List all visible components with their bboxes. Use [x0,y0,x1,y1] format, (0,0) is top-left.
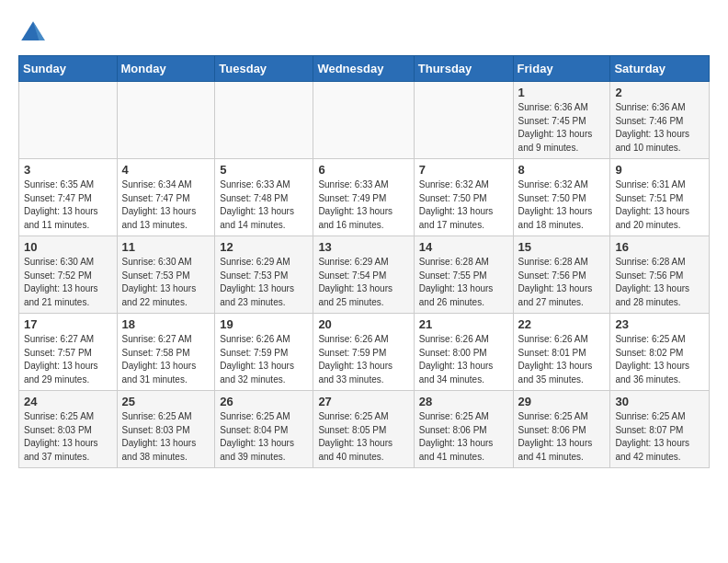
day-number: 12 [220,240,308,254]
calendar-week-row: 1Sunrise: 6:36 AM Sunset: 7:45 PM Daylig… [19,82,710,159]
day-number: 29 [518,395,606,408]
calendar-day-21: 21Sunrise: 6:26 AM Sunset: 8:00 PM Dayli… [414,314,513,391]
calendar-day-25: 25Sunrise: 6:25 AM Sunset: 8:03 PM Dayli… [117,391,215,468]
weekday-header-sunday: Sunday [19,56,118,82]
weekday-header-row: SundayMondayTuesdayWednesdayThursdayFrid… [19,56,710,82]
day-info: Sunrise: 6:36 AM Sunset: 7:46 PM Dayligh… [615,101,704,155]
calendar-day-14: 14Sunrise: 6:28 AM Sunset: 7:55 PM Dayli… [414,236,513,314]
calendar-day-16: 16Sunrise: 6:28 AM Sunset: 7:56 PM Dayli… [610,236,710,314]
calendar-week-row: 24Sunrise: 6:25 AM Sunset: 8:03 PM Dayli… [19,391,710,468]
calendar-day-5: 5Sunrise: 6:33 AM Sunset: 7:48 PM Daylig… [215,159,313,236]
logo [18,18,51,48]
day-info: Sunrise: 6:33 AM Sunset: 7:48 PM Dayligh… [220,178,308,232]
day-info: Sunrise: 6:25 AM Sunset: 8:07 PM Dayligh… [615,410,704,464]
calendar-day-1: 1Sunrise: 6:36 AM Sunset: 7:45 PM Daylig… [513,82,610,159]
calendar-day-15: 15Sunrise: 6:28 AM Sunset: 7:56 PM Dayli… [513,236,610,314]
calendar-day-22: 22Sunrise: 6:26 AM Sunset: 8:01 PM Dayli… [513,314,610,391]
day-info: Sunrise: 6:25 AM Sunset: 8:03 PM Dayligh… [122,410,210,464]
day-info: Sunrise: 6:31 AM Sunset: 7:51 PM Dayligh… [615,178,704,232]
day-number: 18 [122,317,210,331]
calendar-day-10: 10Sunrise: 6:30 AM Sunset: 7:52 PM Dayli… [19,236,118,314]
calendar-day-9: 9Sunrise: 6:31 AM Sunset: 7:51 PM Daylig… [610,159,710,236]
day-number: 30 [615,395,704,408]
calendar-empty-cell [313,82,414,159]
day-info: Sunrise: 6:25 AM Sunset: 8:03 PM Dayligh… [24,410,112,464]
day-info: Sunrise: 6:27 AM Sunset: 7:57 PM Dayligh… [24,333,112,386]
day-number: 25 [122,395,210,408]
calendar-day-28: 28Sunrise: 6:25 AM Sunset: 8:06 PM Dayli… [414,391,513,468]
weekday-header-tuesday: Tuesday [215,56,313,82]
day-info: Sunrise: 6:36 AM Sunset: 7:45 PM Dayligh… [518,101,606,155]
calendar-day-20: 20Sunrise: 6:26 AM Sunset: 7:59 PM Dayli… [313,314,414,391]
day-number: 14 [419,240,508,254]
day-info: Sunrise: 6:34 AM Sunset: 7:47 PM Dayligh… [122,178,210,232]
calendar-day-26: 26Sunrise: 6:25 AM Sunset: 8:04 PM Dayli… [215,391,313,468]
day-number: 3 [24,163,112,177]
calendar-day-3: 3Sunrise: 6:35 AM Sunset: 7:47 PM Daylig… [19,159,118,236]
day-number: 7 [419,163,508,177]
weekday-header-wednesday: Wednesday [313,56,414,82]
calendar-week-row: 17Sunrise: 6:27 AM Sunset: 7:57 PM Dayli… [19,314,710,391]
calendar-day-19: 19Sunrise: 6:26 AM Sunset: 7:59 PM Dayli… [215,314,313,391]
day-number: 11 [122,240,210,254]
day-number: 16 [615,240,704,254]
day-info: Sunrise: 6:35 AM Sunset: 7:47 PM Dayligh… [24,178,112,232]
calendar-table: SundayMondayTuesdayWednesdayThursdayFrid… [18,55,710,468]
day-number: 28 [419,395,508,408]
calendar-day-18: 18Sunrise: 6:27 AM Sunset: 7:58 PM Dayli… [117,314,215,391]
day-info: Sunrise: 6:28 AM Sunset: 7:56 PM Dayligh… [615,256,704,309]
calendar-empty-cell [19,82,118,159]
day-info: Sunrise: 6:33 AM Sunset: 7:49 PM Dayligh… [318,178,408,232]
calendar-day-2: 2Sunrise: 6:36 AM Sunset: 7:46 PM Daylig… [610,82,710,159]
day-info: Sunrise: 6:25 AM Sunset: 8:05 PM Dayligh… [318,410,408,464]
calendar-week-row: 3Sunrise: 6:35 AM Sunset: 7:47 PM Daylig… [19,159,710,236]
day-number: 2 [615,86,704,99]
day-info: Sunrise: 6:26 AM Sunset: 7:59 PM Dayligh… [318,333,408,386]
day-number: 17 [24,317,112,331]
day-info: Sunrise: 6:25 AM Sunset: 8:06 PM Dayligh… [518,410,606,464]
day-info: Sunrise: 6:29 AM Sunset: 7:54 PM Dayligh… [318,256,408,309]
calendar-empty-cell [414,82,513,159]
day-number: 6 [318,163,408,177]
day-number: 21 [419,317,508,331]
weekday-header-monday: Monday [117,56,215,82]
weekday-header-thursday: Thursday [414,56,513,82]
calendar-day-6: 6Sunrise: 6:33 AM Sunset: 7:49 PM Daylig… [313,159,414,236]
day-number: 24 [24,395,112,408]
day-info: Sunrise: 6:25 AM Sunset: 8:06 PM Dayligh… [419,410,508,464]
calendar-day-7: 7Sunrise: 6:32 AM Sunset: 7:50 PM Daylig… [414,159,513,236]
day-number: 9 [615,163,704,177]
day-number: 8 [518,163,606,177]
day-number: 15 [518,240,606,254]
day-info: Sunrise: 6:25 AM Sunset: 8:04 PM Dayligh… [220,410,308,464]
calendar-day-27: 27Sunrise: 6:25 AM Sunset: 8:05 PM Dayli… [313,391,414,468]
day-info: Sunrise: 6:30 AM Sunset: 7:52 PM Dayligh… [24,256,112,309]
day-number: 26 [220,395,308,408]
day-number: 4 [122,163,210,177]
calendar-day-24: 24Sunrise: 6:25 AM Sunset: 8:03 PM Dayli… [19,391,118,468]
logo-icon [18,18,48,48]
day-info: Sunrise: 6:28 AM Sunset: 7:56 PM Dayligh… [518,256,606,309]
page: SundayMondayTuesdayWednesdayThursdayFrid… [0,0,728,487]
calendar-day-11: 11Sunrise: 6:30 AM Sunset: 7:53 PM Dayli… [117,236,215,314]
calendar-day-13: 13Sunrise: 6:29 AM Sunset: 7:54 PM Dayli… [313,236,414,314]
day-number: 23 [615,317,704,331]
day-info: Sunrise: 6:26 AM Sunset: 8:01 PM Dayligh… [518,333,606,386]
calendar-day-29: 29Sunrise: 6:25 AM Sunset: 8:06 PM Dayli… [513,391,610,468]
calendar-week-row: 10Sunrise: 6:30 AM Sunset: 7:52 PM Dayli… [19,236,710,314]
day-number: 20 [318,317,408,331]
day-info: Sunrise: 6:26 AM Sunset: 7:59 PM Dayligh… [220,333,308,386]
calendar-day-12: 12Sunrise: 6:29 AM Sunset: 7:53 PM Dayli… [215,236,313,314]
calendar-empty-cell [117,82,215,159]
weekday-header-saturday: Saturday [610,56,710,82]
day-number: 13 [318,240,408,254]
calendar-day-8: 8Sunrise: 6:32 AM Sunset: 7:50 PM Daylig… [513,159,610,236]
day-number: 27 [318,395,408,408]
day-info: Sunrise: 6:26 AM Sunset: 8:00 PM Dayligh… [419,333,508,386]
day-info: Sunrise: 6:30 AM Sunset: 7:53 PM Dayligh… [122,256,210,309]
day-number: 5 [220,163,308,177]
calendar-day-30: 30Sunrise: 6:25 AM Sunset: 8:07 PM Dayli… [610,391,710,468]
calendar-day-23: 23Sunrise: 6:25 AM Sunset: 8:02 PM Dayli… [610,314,710,391]
day-info: Sunrise: 6:25 AM Sunset: 8:02 PM Dayligh… [615,333,704,386]
day-number: 1 [518,86,606,99]
